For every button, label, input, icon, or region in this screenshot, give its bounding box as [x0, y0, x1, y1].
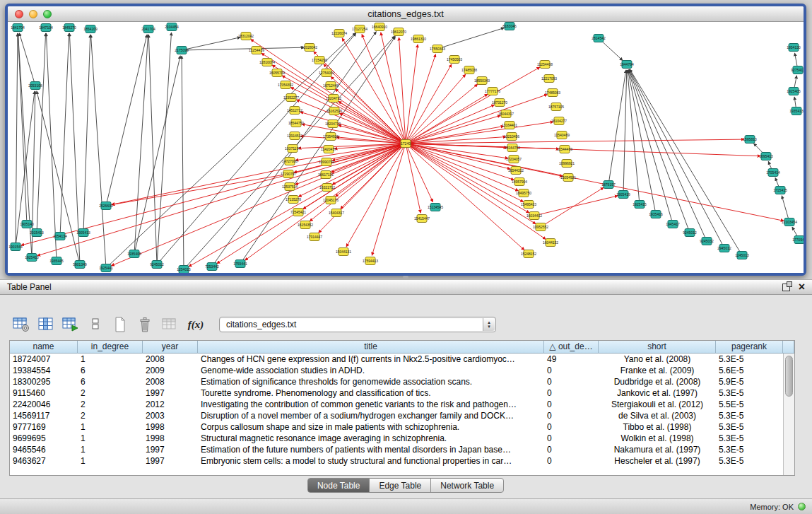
- graph-node[interactable]: 36617131: [318, 171, 334, 179]
- graph-node[interactable]: 1705414: [766, 169, 780, 177]
- graph-node[interactable]: 17594413: [363, 257, 378, 265]
- graph-node[interactable]: 2104454: [165, 23, 179, 31]
- graph-node[interactable]: 17485038: [461, 66, 477, 74]
- graph-node[interactable]: 13210456: [504, 133, 519, 141]
- table-select-dropdown[interactable]: citations_edges.txt ▴▾: [219, 317, 496, 332]
- graph-node[interactable]: 1901544: [8, 243, 23, 251]
- graph-node[interactable]: 16544312: [508, 167, 524, 175]
- graph-node[interactable]: 12226074: [331, 30, 347, 37]
- graph-node[interactable]: 2053108: [28, 82, 42, 90]
- graph-node[interactable]: 17914447: [307, 233, 322, 241]
- graph-node[interactable]: 1770544: [792, 236, 804, 244]
- graph-node[interactable]: 19861310: [411, 35, 426, 43]
- graph-node[interactable]: 1759441: [233, 260, 247, 268]
- graph-node[interactable]: 17204057: [506, 156, 522, 163]
- graph-node[interactable]: 12810074: [259, 59, 275, 66]
- graph-node[interactable]: 16154352: [298, 221, 313, 229]
- table-row[interactable]: 1872400712008Changes of HCN gene express…: [10, 354, 783, 365]
- graph-node[interactable]: 12045176: [323, 197, 339, 204]
- graph-node[interactable]: 11544469: [557, 146, 572, 153]
- graph-node[interactable]: 8183046: [502, 23, 517, 30]
- graph-node[interactable]: 1954130: [787, 44, 801, 52]
- table-row[interactable]: 969969511998Structural magnetic resonanc…: [10, 433, 783, 444]
- graph-node[interactable]: 10990794: [319, 158, 334, 166]
- graph-node[interactable]: 16640910: [372, 23, 387, 31]
- graph-node[interactable]: 15134545: [428, 204, 443, 211]
- graph-node[interactable]: 13164401: [502, 122, 517, 129]
- graph-node[interactable]: 18312042: [238, 33, 254, 40]
- network-canvas[interactable]: 17240 18312042 11254439 12810074 1605570…: [8, 22, 804, 273]
- float-panel-icon[interactable]: [782, 284, 790, 291]
- graph-node[interactable]: 18164752: [505, 144, 520, 152]
- graph-node[interactable]: 17450503: [447, 56, 462, 64]
- graph-node[interactable]: 1879197: [601, 181, 616, 189]
- table-row[interactable]: 977716911998Corpus callosum shape and si…: [10, 421, 783, 433]
- graph-node[interactable]: 9245012: [150, 261, 164, 269]
- graph-node[interactable]: 11540469: [554, 132, 570, 139]
- graph-node[interactable]: 1854209: [83, 25, 98, 33]
- graph-node[interactable]: 10952552: [533, 223, 548, 231]
- graph-node[interactable]: 18495750: [516, 189, 531, 197]
- graph-node[interactable]: 1905413: [76, 229, 90, 237]
- graph-node[interactable]: 14957904: [512, 178, 527, 186]
- graph-node[interactable]: 12754002: [319, 69, 334, 77]
- graph-node[interactable]: 17135278: [286, 196, 301, 204]
- graph-node[interactable]: 17485083: [545, 89, 560, 97]
- graph-node[interactable]: 7253442: [205, 263, 219, 271]
- graph-node[interactable]: 1925415: [632, 201, 647, 209]
- graph-node[interactable]: 1935416: [649, 211, 663, 218]
- graph-node[interactable]: 11420457: [321, 146, 336, 153]
- graph-node[interactable]: 16044152: [543, 239, 558, 247]
- graph-node[interactable]: 15044131: [336, 248, 351, 256]
- tab-edge-table[interactable]: Edge Table: [369, 478, 431, 493]
- graph-node[interactable]: 1905140: [20, 221, 34, 228]
- graph-node[interactable]: 11254439: [249, 47, 264, 54]
- graph-node[interactable]: 1935405: [127, 250, 141, 258]
- graph-node[interactable]: 2041704: [141, 25, 155, 33]
- graph-node[interactable]: 17290797: [281, 170, 296, 178]
- graph-node[interactable]: 14727008: [282, 158, 298, 165]
- graph-node[interactable]: 16055709: [269, 69, 285, 77]
- graph-node[interactable]: 18544750: [288, 119, 304, 127]
- graph-node[interactable]: 1847104: [39, 24, 53, 32]
- graph-node[interactable]: 1254015: [177, 266, 191, 274]
- column-header[interactable]: △ out_de…: [544, 341, 599, 354]
- graph-node[interactable]: 10996921: [559, 160, 575, 168]
- graph-node[interactable]: 17240: [401, 140, 411, 148]
- table-row[interactable]: 2242004622012Investigating the contribut…: [10, 399, 783, 410]
- graph-node[interactable]: 15495423: [521, 201, 536, 209]
- graph-node[interactable]: 16034412: [526, 212, 542, 220]
- graph-node[interactable]: 1849270: [62, 24, 76, 32]
- delete-rows-button-disabled[interactable]: [160, 315, 180, 334]
- graph-node[interactable]: 1935413: [789, 107, 804, 115]
- graph-node[interactable]: 1945417: [666, 221, 680, 228]
- graph-node[interactable]: 2945012: [717, 245, 731, 252]
- panel-resize-gripper[interactable]: [403, 276, 408, 279]
- column-header[interactable]: year: [143, 341, 198, 354]
- graph-node[interactable]: 2175099: [175, 47, 189, 54]
- graph-node[interactable]: 5901349: [73, 261, 87, 269]
- table-row[interactable]: 946554611997Estimation of the future num…: [10, 444, 783, 455]
- graph-node[interactable]: 1695413: [759, 153, 773, 160]
- graph-node[interactable]: 9275413: [791, 66, 804, 74]
- window-titlebar[interactable]: citations_edges.txt: [8, 6, 804, 22]
- table-row[interactable]: 946362711997Embryonic stem cells: a mode…: [10, 455, 783, 467]
- graph-node[interactable]: 18550343: [474, 77, 490, 85]
- graph-node[interactable]: 2526630: [99, 202, 113, 210]
- create-table-button[interactable]: [110, 315, 130, 334]
- table-row[interactable]: 1456911722003Disruption of a novel membe…: [10, 410, 783, 421]
- graph-node[interactable]: 9245012: [683, 229, 697, 237]
- column-header[interactable]: in_degree: [78, 341, 143, 354]
- close-panel-icon[interactable]: ×: [799, 281, 805, 293]
- graph-node[interactable]: 19612070: [391, 28, 406, 36]
- graph-node[interactable]: 1715415: [773, 187, 787, 194]
- graph-node[interactable]: 16104277: [551, 117, 567, 125]
- network-graph[interactable]: 17240 18312042 11254439 12810074 1605570…: [8, 22, 804, 273]
- graph-node[interactable]: 12028042: [302, 44, 317, 52]
- graph-node[interactable]: 9245032: [700, 238, 714, 245]
- tab-node-table[interactable]: Node Table: [307, 478, 370, 493]
- graph-node[interactable]: 12352277: [283, 94, 299, 102]
- graph-node[interactable]: 1245013: [735, 252, 749, 259]
- graph-node[interactable]: 15054921: [560, 174, 576, 182]
- graph-node[interactable]: 15248152: [521, 250, 536, 258]
